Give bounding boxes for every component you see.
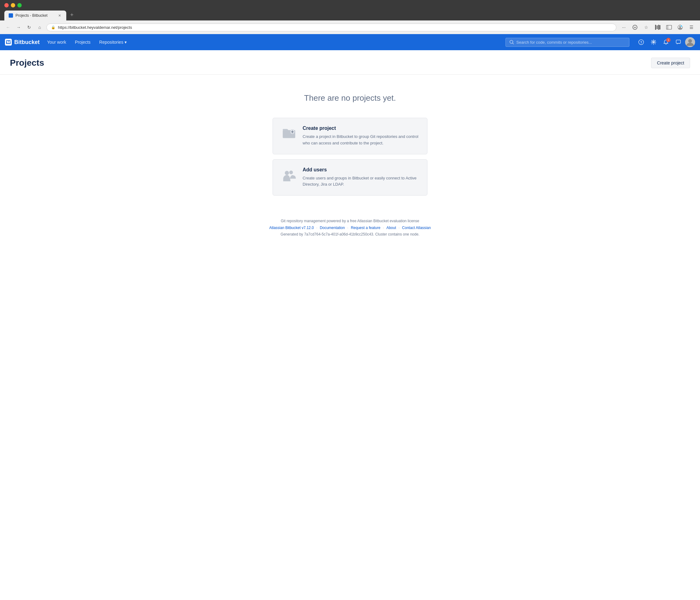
svg-rect-15 (676, 40, 680, 43)
svg-rect-4 (659, 25, 660, 29)
svg-point-14 (653, 42, 654, 43)
back-button[interactable]: ← (4, 24, 12, 31)
footer-request-feature-link[interactable]: Request a feature (351, 225, 380, 232)
tab-close-button[interactable]: ✕ (57, 13, 62, 18)
svg-point-23 (289, 170, 293, 174)
footer-about-link[interactable]: About (386, 225, 396, 232)
forward-button[interactable]: → (15, 24, 22, 31)
reload-button[interactable]: ↻ (25, 24, 33, 31)
nav-search[interactable]: Search for code, commits or repositories… (505, 38, 629, 47)
add-users-card-body: Add users Create users and groups in Bit… (303, 167, 419, 188)
create-project-button[interactable]: Create project (651, 58, 690, 68)
sidebar-icon[interactable] (665, 23, 673, 32)
repositories-nav-link[interactable]: Repositories ▾ (98, 38, 128, 47)
create-project-card-body: Create project Create a project in Bitbu… (303, 125, 419, 147)
notifications-icon-button[interactable]: 1 (660, 37, 672, 48)
footer-links: Atlassian Bitbucket v7.12.0 · Documentat… (6, 225, 694, 232)
search-icon (509, 40, 514, 44)
add-users-card[interactable]: Add users Create users and groups in Bit… (273, 159, 427, 196)
traffic-lights (4, 3, 22, 7)
svg-rect-3 (658, 25, 659, 30)
create-project-card-desc: Create a project in Bitbucket to group G… (303, 134, 419, 147)
browser-action-buttons: ··· ☆ (620, 23, 650, 32)
user-avatar[interactable] (685, 37, 695, 47)
add-users-card-title: Add users (303, 167, 419, 173)
browser-tab-bar: Projects - Bitbucket ✕ + (0, 10, 700, 21)
browser-title-bar (0, 0, 700, 10)
svg-rect-5 (667, 25, 672, 29)
create-project-card[interactable]: Create project Create a project in Bitbu… (273, 118, 427, 154)
library-icon[interactable] (653, 23, 662, 32)
create-project-card-title: Create project (303, 125, 419, 131)
logo-text: Bitbucket (14, 39, 40, 46)
svg-point-17 (688, 39, 692, 43)
footer-cluster-text: Generated by 7a7cd764-5c7a-401f-a06d-41b… (6, 231, 694, 238)
url-text: https://bitbucket.heyvaldemar.net/projec… (58, 25, 612, 30)
chat-icon-button[interactable] (673, 37, 684, 48)
svg-text:?: ? (640, 41, 642, 44)
svg-point-0 (633, 25, 637, 29)
tab-favicon (9, 13, 13, 18)
chevron-down-icon: ▾ (125, 40, 127, 45)
address-bar[interactable]: 🔒 https://bitbucket.heyvaldemar.net/proj… (47, 24, 616, 31)
your-work-nav-link[interactable]: Your work (46, 38, 68, 47)
profile-icon[interactable] (676, 23, 684, 32)
users-icon (281, 167, 296, 182)
bitbucket-logo-icon (5, 39, 12, 46)
svg-point-9 (680, 25, 682, 27)
svg-line-11 (512, 43, 514, 44)
page-header: Projects Create project (0, 50, 700, 75)
settings-icon-button[interactable] (648, 37, 659, 48)
pocket-icon[interactable] (631, 23, 639, 32)
help-icon-button[interactable]: ? (635, 37, 647, 48)
projects-nav-link[interactable]: Projects (74, 38, 92, 47)
notification-badge: 1 (666, 38, 671, 42)
maximize-button[interactable] (17, 3, 22, 7)
footer-documentation-link[interactable]: Documentation (320, 225, 345, 232)
folder-add-icon (281, 125, 296, 140)
home-button[interactable]: ⌂ (36, 24, 43, 31)
action-cards: Create project Create a project in Bitbu… (273, 118, 427, 196)
page-content: There are no projects yet. Create projec… (0, 75, 700, 208)
footer-license-text: Git repository management powered by a f… (6, 218, 694, 225)
close-button[interactable] (4, 3, 9, 7)
footer-version: Atlassian Bitbucket v7.12.0 (269, 225, 314, 232)
lock-icon: 🔒 (51, 25, 55, 29)
browser-right-actions: ☰ (653, 23, 696, 32)
svg-point-22 (285, 171, 289, 175)
nav-icons: ? 1 (635, 37, 695, 48)
search-placeholder: Search for code, commits or repositories… (516, 40, 592, 45)
minimize-button[interactable] (11, 3, 15, 7)
hamburger-menu[interactable]: ☰ (687, 23, 696, 32)
empty-state-title: There are no projects yet. (304, 93, 396, 103)
search-box[interactable]: Search for code, commits or repositories… (505, 38, 629, 47)
add-users-card-desc: Create users and groups in Bitbucket or … (303, 175, 419, 188)
app-navbar: Bitbucket Your work Projects Repositorie… (0, 34, 700, 50)
more-options-button[interactable]: ··· (620, 23, 628, 32)
new-tab-button[interactable]: + (68, 10, 76, 19)
page-footer: Git repository management powered by a f… (0, 208, 700, 248)
page-title: Projects (10, 58, 44, 68)
browser-address-bar: ← → ↻ ⌂ 🔒 https://bitbucket.heyvaldemar.… (0, 21, 700, 34)
tab-title: Projects - Bitbucket (16, 13, 54, 18)
footer-contact-link[interactable]: Contact Atlassian (402, 225, 431, 232)
app-logo[interactable]: Bitbucket (5, 39, 40, 46)
active-tab[interactable]: Projects - Bitbucket ✕ (4, 10, 66, 21)
bookmark-icon[interactable]: ☆ (642, 23, 650, 32)
svg-rect-1 (655, 25, 656, 30)
svg-rect-2 (657, 25, 657, 29)
browser-chrome: Projects - Bitbucket ✕ + ← → ↻ ⌂ 🔒 https… (0, 0, 700, 34)
